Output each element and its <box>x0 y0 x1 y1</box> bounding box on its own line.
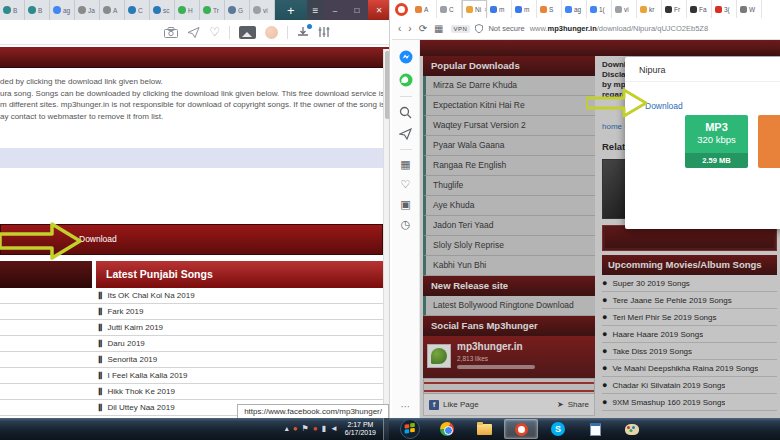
personal-news-heart-icon[interactable]: ♡ <box>401 179 411 190</box>
address-bar: ‹ › ⟳ ▦ VPN Not secure www.mp3hunger.in/… <box>392 18 780 40</box>
browser-tab[interactable]: kr <box>637 0 662 18</box>
alternate-download-button[interactable] <box>758 115 780 168</box>
browser-tab[interactable]: C <box>437 0 462 18</box>
tab-favicon-icon <box>3 6 11 14</box>
song-row[interactable]: Ⅱ Hikk Thok Ke 2019 <box>0 384 383 400</box>
send-plane-icon[interactable] <box>187 27 200 38</box>
downloads-icon[interactable] <box>297 26 309 38</box>
notepad-taskbar-button[interactable] <box>578 419 612 439</box>
telegram-plane-icon[interactable] <box>399 128 412 140</box>
song-row[interactable]: Ⅱ Its OK Chal Koi Na 2019 <box>0 288 383 304</box>
clock-time: 2:17 PM <box>345 421 376 429</box>
browser-tab[interactable]: A <box>412 0 437 18</box>
tab-favicon-icon <box>53 6 61 14</box>
browser-tab[interactable]: B <box>0 0 25 20</box>
browser-tab[interactable]: m <box>512 0 537 18</box>
browser-tab[interactable]: ag <box>50 0 75 20</box>
browser-tab[interactable]: S <box>537 0 562 18</box>
song-bars-icon: Ⅱ <box>98 371 102 381</box>
opera-taskbar-button[interactable] <box>504 419 538 439</box>
intro-text: ded by clicking the download link given … <box>0 68 390 122</box>
tray-icon[interactable]: ▮ <box>322 425 326 433</box>
tray-icon[interactable]: ▴ <box>285 425 289 433</box>
new-tab-button[interactable]: + <box>275 0 307 20</box>
tab-favicon-icon <box>78 6 86 14</box>
song-row[interactable]: Ⅱ I Feel Kalla Kalla 2019 <box>0 368 383 384</box>
browser-tab[interactable]: C <box>125 0 150 20</box>
browser-tab[interactable]: Fa <box>687 0 712 18</box>
close-button[interactable]: ✕ <box>368 0 390 20</box>
browser-tab[interactable]: B <box>25 0 50 20</box>
favorites-heart-icon[interactable]: ♡ <box>209 26 220 38</box>
song-bars-icon: Ⅱ <box>98 307 102 317</box>
song-row[interactable]: Ⅱ Jutti Kairn 2019 <box>0 320 383 336</box>
song-bars-icon: Ⅱ <box>98 355 102 365</box>
search-icon[interactable] <box>399 106 412 119</box>
menu-icon[interactable]: ≡ <box>307 0 324 20</box>
taskbar-clock[interactable]: 2:17 PM 6/17/2019 <box>345 421 376 437</box>
show-desktop-button[interactable] <box>383 418 389 440</box>
paint-taskbar-button[interactable] <box>615 419 649 439</box>
intro-line: ura song. Songs can be downloaded by cli… <box>0 88 390 100</box>
forward-icon[interactable]: › <box>408 23 411 34</box>
skype-taskbar-button[interactable]: S <box>541 419 575 439</box>
settings-sliders-icon[interactable] <box>318 26 330 38</box>
tray-icon[interactable]: ◄ <box>330 425 338 433</box>
browser-tab[interactable]: Tr <box>200 0 225 20</box>
security-shield-icon[interactable] <box>475 24 483 33</box>
reload-icon[interactable]: ⟳ <box>419 23 427 34</box>
back-icon[interactable]: ‹ <box>398 23 401 34</box>
browser-tab[interactable]: W <box>737 0 762 18</box>
explorer-taskbar-button[interactable] <box>467 419 501 439</box>
start-button[interactable] <box>393 419 427 439</box>
lavender-band <box>0 148 390 168</box>
tab-label: ag <box>63 7 70 14</box>
browser-tab[interactable]: vi <box>612 0 637 18</box>
chrome-taskbar-button[interactable] <box>430 419 464 439</box>
browser-tab[interactable]: G <box>225 0 250 20</box>
browser-tab[interactable]: A <box>100 0 125 20</box>
download-link[interactable]: Download <box>79 234 117 244</box>
extensions-icon[interactable]: ▣ <box>400 199 410 210</box>
popup-download-link[interactable]: Download <box>645 101 683 111</box>
browser-tab[interactable]: ag <box>562 0 587 18</box>
image-preview-icon[interactable] <box>239 26 256 39</box>
page-header-bar <box>0 47 390 68</box>
song-bars-icon: Ⅱ <box>98 323 102 333</box>
scrollbar[interactable] <box>383 49 390 418</box>
browser-tab[interactable]: 3( <box>712 0 737 18</box>
history-clock-icon[interactable]: ◷ <box>401 219 411 230</box>
tray-icon[interactable]: ● <box>313 425 318 433</box>
song-bars-icon: Ⅱ <box>98 291 102 301</box>
browser-tab[interactable]: vi <box>250 0 275 20</box>
browser-tab[interactable]: sc <box>150 0 175 20</box>
song-row[interactable]: Ⅱ Daru 2019 <box>0 336 383 352</box>
browser-tab[interactable]: Ja <box>75 0 100 20</box>
skype-icon: S <box>551 422 565 436</box>
speed-dial-icon[interactable]: ▦ <box>434 23 443 34</box>
song-row[interactable]: Ⅱ Fark 2019 <box>0 304 383 320</box>
minimize-button[interactable]: – <box>324 0 346 20</box>
windows-taskbar: ▴●⚑●▮◄ 2:17 PM 6/17/2019 S <box>0 418 780 440</box>
tray-icon[interactable]: ● <box>293 425 298 433</box>
toolbar-divider <box>229 26 230 39</box>
sidebar-more-icon[interactable]: ⋯ <box>401 401 411 418</box>
tray-icon[interactable]: ⚑ <box>302 425 309 433</box>
browser-tab[interactable]: 1( <box>587 0 612 18</box>
screenshot-camera-icon[interactable] <box>164 27 178 38</box>
opera-logo-icon[interactable] <box>395 3 408 16</box>
bookmarks-speeddial-icon[interactable]: ▦ <box>400 159 410 170</box>
browser-tab[interactable]: H <box>175 0 200 20</box>
maximize-button[interactable]: □ <box>346 0 368 20</box>
vpn-badge[interactable]: VPN <box>451 25 471 33</box>
tab-label: 1( <box>599 6 605 13</box>
browser-tab[interactable]: m <box>487 0 512 18</box>
reader-mode-icon[interactable] <box>265 26 278 39</box>
messenger-icon[interactable] <box>399 50 413 64</box>
mp3-download-button[interactable]: MP3 320 kbps 2.59 MB <box>685 115 748 168</box>
browser-tab[interactable]: Fr <box>662 0 687 18</box>
song-row[interactable]: Ⅱ Senorita 2019 <box>0 352 383 368</box>
url-field[interactable]: VPN Not secure www.mp3hunger.in/download… <box>451 24 774 33</box>
browser-tab[interactable]: Ni × <box>462 0 487 18</box>
whatsapp-icon[interactable] <box>399 73 413 87</box>
